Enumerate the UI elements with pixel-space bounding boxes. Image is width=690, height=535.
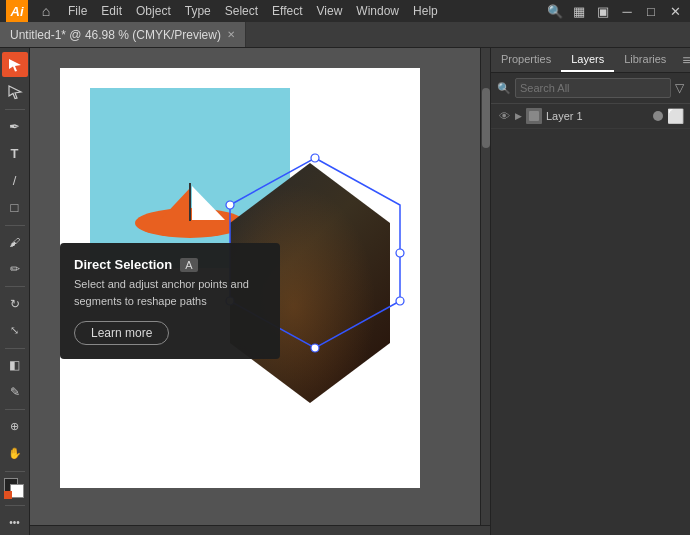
menu-type[interactable]: Type bbox=[179, 2, 217, 20]
layer-options-icon[interactable]: ⬜ bbox=[667, 108, 684, 124]
tool-separator-2 bbox=[5, 225, 25, 226]
pencil-tool-button[interactable]: ✏ bbox=[2, 257, 28, 282]
selection-tool-button[interactable] bbox=[2, 52, 28, 77]
layer-expand-arrow[interactable]: ▶ bbox=[515, 111, 522, 121]
toolbar: ✒ T / □ 🖌 ✏ ↻ ⤡ ◧ ✎ ⊕ ✋ ••• bbox=[0, 48, 30, 535]
rotate-tool-button[interactable]: ↻ bbox=[2, 291, 28, 316]
tool-tooltip: Direct Selection A Select and adjust anc… bbox=[60, 243, 280, 359]
search-icon: 🔍 bbox=[497, 82, 511, 95]
type-tool-button[interactable]: T bbox=[2, 141, 28, 166]
direct-selection-tool-button[interactable] bbox=[2, 79, 28, 104]
tab-close-button[interactable]: ✕ bbox=[227, 29, 235, 40]
layer-icon bbox=[526, 108, 542, 124]
svg-point-7 bbox=[396, 249, 404, 257]
svg-point-9 bbox=[311, 344, 319, 352]
filter-icon[interactable]: ▽ bbox=[675, 81, 684, 95]
panel-search: 🔍 ▽ bbox=[491, 73, 690, 104]
pen-tool-button[interactable]: ✒ bbox=[2, 114, 28, 139]
more-tools-button[interactable]: ••• bbox=[2, 510, 28, 535]
layer-color-dot bbox=[653, 111, 663, 121]
tab-libraries[interactable]: Libraries bbox=[614, 48, 676, 72]
layer-row: 👁 ▶ Layer 1 ⬜ bbox=[491, 104, 690, 129]
tab-bar: Untitled-1* @ 46.98 % (CMYK/Preview) ✕ bbox=[0, 22, 690, 48]
tool-separator-6 bbox=[5, 471, 25, 472]
paintbrush-tool-button[interactable]: 🖌 bbox=[2, 230, 28, 255]
tooltip-title: Direct Selection A bbox=[74, 257, 266, 272]
tooltip-description: Select and adjust anchor points and segm… bbox=[74, 276, 266, 309]
search-icon[interactable]: 🔍 bbox=[546, 2, 564, 20]
menu-view[interactable]: View bbox=[311, 2, 349, 20]
menu-window[interactable]: Window bbox=[350, 2, 405, 20]
right-panel: Properties Layers Libraries ≡ 🔍 ▽ 👁 ▶ La… bbox=[490, 48, 690, 535]
menu-bar: Ai ⌂ File Edit Object Type Select Effect… bbox=[0, 0, 690, 22]
main-layout: ✒ T / □ 🖌 ✏ ↻ ⤡ ◧ ✎ ⊕ ✋ ••• bbox=[0, 48, 690, 535]
close-icon[interactable]: ✕ bbox=[666, 2, 684, 20]
hand-tool-button[interactable]: ✋ bbox=[2, 441, 28, 466]
minimize-icon[interactable]: ─ bbox=[618, 2, 636, 20]
zoom-tool-button[interactable]: ⊕ bbox=[2, 414, 28, 439]
scroll-thumb-vertical[interactable] bbox=[482, 88, 490, 148]
menu-object[interactable]: Object bbox=[130, 2, 177, 20]
layer-name[interactable]: Layer 1 bbox=[546, 110, 649, 122]
gradient-tool-button[interactable]: ◧ bbox=[2, 353, 28, 378]
tab-layers[interactable]: Layers bbox=[561, 48, 614, 72]
menu-edit[interactable]: Edit bbox=[95, 2, 128, 20]
tooltip-shortcut: A bbox=[180, 258, 197, 272]
vertical-scrollbar[interactable] bbox=[480, 48, 490, 525]
menu-select[interactable]: Select bbox=[219, 2, 264, 20]
tool-separator-4 bbox=[5, 348, 25, 349]
menu-file[interactable]: File bbox=[62, 2, 93, 20]
eyedropper-tool-button[interactable]: ✎ bbox=[2, 380, 28, 405]
tab-label: Untitled-1* @ 46.98 % (CMYK/Preview) bbox=[10, 28, 221, 42]
maximize-icon[interactable]: □ bbox=[642, 2, 660, 20]
horizontal-scrollbar[interactable] bbox=[30, 525, 490, 535]
tool-separator-7 bbox=[5, 505, 25, 506]
tab-properties[interactable]: Properties bbox=[491, 48, 561, 72]
layer-visibility-toggle[interactable]: 👁 bbox=[497, 109, 511, 123]
tool-separator-5 bbox=[5, 409, 25, 410]
arrange-icon[interactable]: ▦ bbox=[570, 2, 588, 20]
app-logo: Ai bbox=[6, 0, 28, 22]
shape-tool-button[interactable]: □ bbox=[2, 195, 28, 220]
menu-effect[interactable]: Effect bbox=[266, 2, 308, 20]
tooltip-title-text: Direct Selection bbox=[74, 257, 172, 272]
learn-more-button[interactable]: Learn more bbox=[74, 321, 169, 345]
scale-tool-button[interactable]: ⤡ bbox=[2, 318, 28, 343]
document-tab[interactable]: Untitled-1* @ 46.98 % (CMYK/Preview) ✕ bbox=[0, 22, 246, 47]
search-input[interactable] bbox=[515, 78, 671, 98]
canvas-area[interactable]: Direct Selection A Select and adjust anc… bbox=[30, 48, 490, 535]
tool-separator-1 bbox=[5, 109, 25, 110]
line-tool-button[interactable]: / bbox=[2, 168, 28, 193]
svg-point-11 bbox=[226, 201, 234, 209]
tool-separator-3 bbox=[5, 286, 25, 287]
panel-menu-icon[interactable]: ≡ bbox=[676, 48, 690, 72]
svg-point-8 bbox=[396, 297, 404, 305]
home-icon[interactable]: ⌂ bbox=[36, 1, 56, 21]
fill-stroke-button[interactable] bbox=[2, 476, 28, 501]
menu-help[interactable]: Help bbox=[407, 2, 444, 20]
layout-icon[interactable]: ▣ bbox=[594, 2, 612, 20]
panel-tabs: Properties Layers Libraries ≡ bbox=[491, 48, 690, 73]
svg-point-6 bbox=[311, 154, 319, 162]
